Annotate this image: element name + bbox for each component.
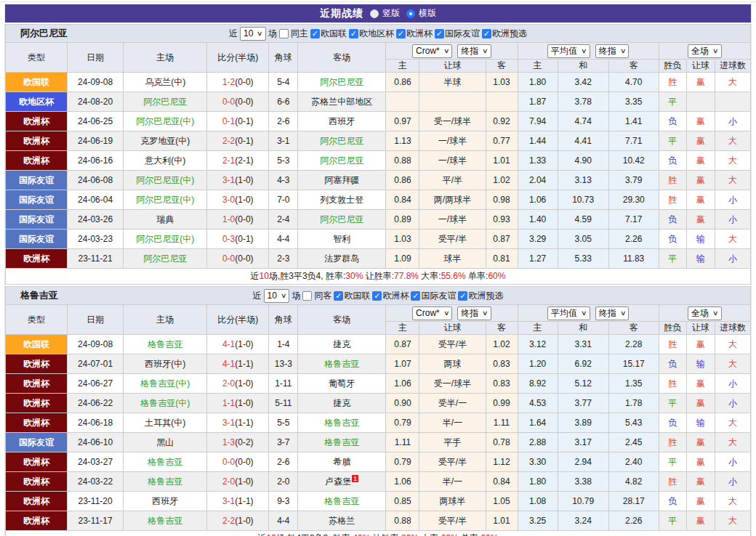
- handicap-odds-away: 1.03: [486, 73, 518, 92]
- chevron-down-icon: ∨: [281, 291, 287, 301]
- summary-text: 80%: [401, 533, 419, 536]
- chevron-down-icon: ∨: [581, 308, 587, 319]
- handicap-odds-away: 0.84: [486, 472, 518, 492]
- handicap-line: 受平/半: [419, 511, 486, 531]
- match-count-select[interactable]: 10∨: [240, 27, 266, 41]
- match-date: 24-06-10: [68, 433, 124, 452]
- avg-home-odds: 8.92: [518, 374, 558, 394]
- final-odds-select[interactable]: 终指∨: [457, 306, 491, 320]
- result-goals: 大: [715, 131, 750, 151]
- avg-away-odds: 2.45: [608, 433, 659, 452]
- col-result-wdl: 胜负: [659, 60, 686, 73]
- league-checkbox[interactable]: ✓: [310, 29, 320, 38]
- handicap-odds-home: [386, 92, 419, 112]
- result-handicap: 输: [686, 354, 715, 374]
- result-outcome: 负: [659, 354, 686, 374]
- competition-badge: 国际友谊: [6, 433, 68, 452]
- league-checkbox[interactable]: ✓: [334, 291, 343, 301]
- away-team: 格鲁吉亚: [298, 433, 386, 452]
- avg-home-odds: 1.80: [518, 472, 558, 492]
- score: 1-1(1-0): [207, 394, 269, 413]
- handicap-odds-away: 1.01: [486, 511, 518, 531]
- result-handicap: 赢: [686, 112, 715, 131]
- summary-text: 大率:: [419, 533, 441, 536]
- result-handicap: 赢: [686, 171, 715, 190]
- scope-select[interactable]: 全场∨: [688, 306, 722, 320]
- result-goals: 小: [715, 452, 750, 472]
- bookmaker-select[interactable]: Crow*∨: [412, 306, 452, 320]
- top-divider: [0, 0, 756, 2]
- league-checkbox[interactable]: ✓: [435, 29, 444, 38]
- layout-radio-vertical[interactable]: 竖版: [370, 7, 400, 20]
- avg-away-odds: 2.40: [608, 452, 659, 472]
- near-label: 近: [253, 290, 262, 302]
- avg-home-odds: 4.53: [518, 394, 558, 413]
- handicap-odds-home: 0.90: [386, 394, 419, 413]
- result-outcome: 平: [659, 452, 686, 472]
- avg-draw-odds: 5.33: [558, 249, 608, 269]
- league-checkbox[interactable]: ✓: [372, 291, 382, 301]
- score: 4-1(1-1): [207, 354, 269, 374]
- home-team: 土耳其(中): [124, 413, 207, 433]
- match-row: 欧地区杯24-08-20阿尔巴尼亚0-0(0-0)6-6苏格兰中部地区1.873…: [6, 92, 751, 112]
- final-odds-select[interactable]: 终指∨: [457, 44, 491, 58]
- team-name: 阿尔巴尼亚: [20, 27, 68, 40]
- home-team: 阿尔巴尼亚(中): [124, 230, 207, 249]
- handicap-line: 平手: [419, 433, 486, 452]
- result-header: 全场∨: [659, 305, 750, 322]
- average-odds-header: 平均值∨ 终指∨: [518, 43, 659, 60]
- league-label: 欧洲预选: [492, 28, 527, 40]
- league-filter-group: ✓欧国联✓欧地区杯✓欧洲杯✓国际友谊✓欧洲预选: [310, 28, 527, 40]
- final-odds-select[interactable]: 终指∨: [595, 306, 630, 320]
- league-checkbox[interactable]: ✓: [396, 29, 406, 38]
- handicap-odds-away: 0.99: [486, 394, 518, 413]
- handicap-odds-away: 0.92: [486, 112, 518, 131]
- section-filter-bar: 格鲁吉亚 近 10∨ 场 同客 ✓欧国联✓欧洲杯✓国际友谊✓欧洲预选: [5, 286, 751, 304]
- league-filter: ✓欧国联: [310, 28, 347, 40]
- league-checkbox[interactable]: ✓: [349, 29, 358, 38]
- away-team: 苏格兰中部地区: [298, 92, 386, 112]
- average-select[interactable]: 平均值∨: [547, 44, 590, 58]
- competition-badge: 国际友谊: [6, 210, 68, 230]
- result-outcome: 胜: [659, 374, 686, 394]
- same-venue-checkbox[interactable]: [279, 29, 289, 38]
- away-team: 列支敦士登: [298, 190, 386, 210]
- match-date: 24-09-08: [68, 335, 124, 354]
- handicap-odds-away: 1.01: [486, 151, 518, 171]
- avg-draw-odds: 6.92: [558, 354, 608, 374]
- handicap-line: 两/两球半: [419, 190, 486, 210]
- result-handicap: 赢: [686, 452, 715, 472]
- bookmaker-select[interactable]: Crow*∨: [412, 44, 452, 58]
- page-title: 近期战绩: [320, 7, 363, 20]
- final-odds-select[interactable]: 终指∨: [595, 44, 630, 58]
- score: 0-0(0-0): [207, 249, 269, 269]
- match-count-select[interactable]: 10∨: [264, 289, 290, 303]
- avg-draw-odds: 3.31: [558, 335, 608, 354]
- col-date: 日期: [68, 43, 124, 73]
- home-team: 格鲁吉亚: [124, 472, 207, 492]
- same-venue-label: 同主: [291, 28, 308, 40]
- league-checkbox[interactable]: ✓: [411, 291, 420, 301]
- away-team: 西班牙: [298, 112, 386, 131]
- competition-badge: 欧洲杯: [6, 151, 68, 171]
- result-handicap: 输: [686, 249, 715, 269]
- col-odds-line: 让球: [419, 60, 486, 73]
- scope-select[interactable]: 全场∨: [688, 44, 722, 58]
- handicap-odds-away: 1.05: [486, 492, 518, 511]
- radio-icon[interactable]: [406, 9, 415, 18]
- result-goals: 大: [715, 151, 750, 171]
- league-checkbox[interactable]: ✓: [482, 29, 491, 38]
- league-checkbox[interactable]: ✓: [458, 291, 467, 301]
- competition-badge: 欧洲杯: [6, 112, 68, 131]
- radio-icon[interactable]: [370, 9, 379, 18]
- avg-draw-odds: 4.74: [558, 112, 608, 131]
- competition-badge: 欧洲杯: [6, 131, 68, 151]
- corner-count: 1-11: [269, 374, 298, 394]
- same-venue-checkbox[interactable]: [302, 291, 312, 301]
- average-select[interactable]: 平均值∨: [547, 306, 590, 320]
- corner-count: 4-3: [269, 171, 298, 190]
- home-team: 格鲁吉亚: [124, 335, 207, 354]
- col-home: 主场: [124, 43, 207, 73]
- result-outcome: 胜: [659, 73, 686, 92]
- layout-radio-horizontal[interactable]: 横版: [406, 7, 436, 20]
